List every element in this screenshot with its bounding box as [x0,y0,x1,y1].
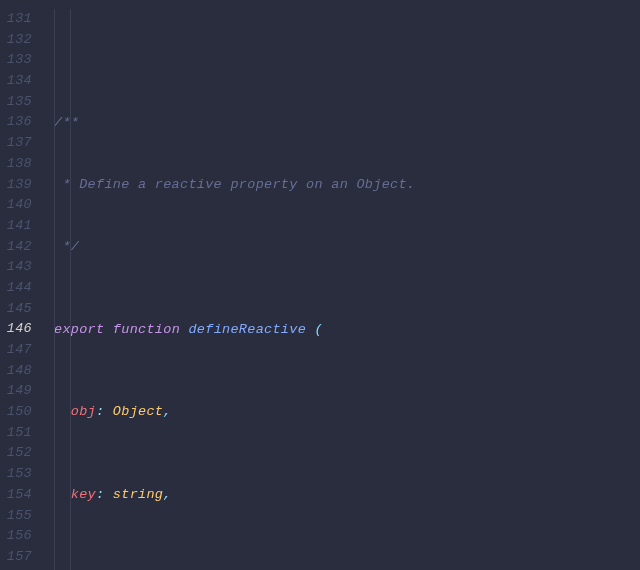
code-line[interactable]: */ [54,237,640,258]
line-number: 135 [0,92,32,113]
line-number: 149 [0,381,32,402]
comment: */ [54,239,79,254]
indent-guide [70,9,71,570]
line-number: 136 [0,112,32,133]
line-number: 138 [0,154,32,175]
line-number: 157 [0,547,32,568]
punct: ( [314,322,322,337]
line-number-gutter: 1311321331341351361371381391401411421431… [0,0,42,570]
type: Object [113,404,163,419]
line-number: 151 [0,423,32,444]
indent-guide [54,9,55,570]
comment: /** [54,115,79,130]
line-number: 137 [0,133,32,154]
line-number: 145 [0,299,32,320]
code-line[interactable]: obj: Object, [54,402,640,423]
line-number: 152 [0,443,32,464]
line-number: 156 [0,526,32,547]
keyword: function [113,322,180,337]
line-number: 141 [0,216,32,237]
line-number: 139 [0,175,32,196]
param: obj [71,404,96,419]
line-number: 140 [0,195,32,216]
line-number: 143 [0,257,32,278]
line-number: 153 [0,464,32,485]
code-line[interactable]: export function defineReactive ( [54,320,640,341]
line-number: 132 [0,30,32,51]
line-number: 144 [0,278,32,299]
line-number: 133 [0,50,32,71]
code-area[interactable]: /** * Define a reactive property on an O… [42,0,640,570]
line-number: 134 [0,71,32,92]
line-number: 154 [0,485,32,506]
line-number: 131 [0,9,32,30]
line-number: 150 [0,402,32,423]
code-line[interactable]: key: string, [54,485,640,506]
line-number: 148 [0,361,32,382]
line-number: 147 [0,340,32,361]
line-number: 146 [0,319,32,340]
code-line[interactable]: /** [54,113,640,134]
comment: * Define a reactive property on an Objec… [54,177,415,192]
type: string [113,487,163,502]
code-line[interactable]: * Define a reactive property on an Objec… [54,175,640,196]
line-number: 142 [0,237,32,258]
line-number: 155 [0,506,32,527]
code-editor[interactable]: 1311321331341351361371381391401411421431… [0,0,640,570]
param: key [71,487,96,502]
function-name: defineReactive [188,322,306,337]
keyword: export [54,322,104,337]
